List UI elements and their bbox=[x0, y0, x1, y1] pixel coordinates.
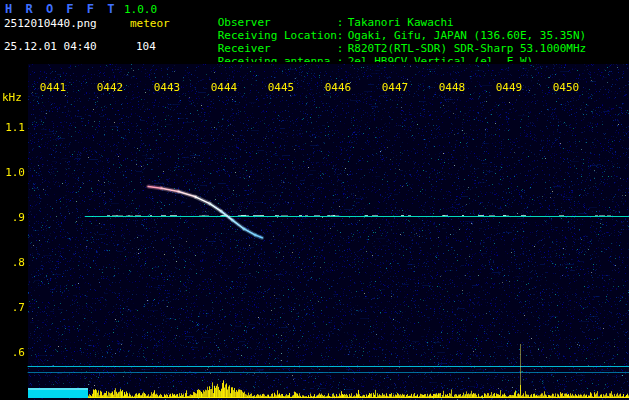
info-value: R820T2(RTL-SDR) SDR-Sharp 53.1000MHz bbox=[348, 42, 586, 55]
info-value: Ogaki, Gifu, JAPAN (136.60E, 35.35N) bbox=[348, 29, 586, 42]
observer-info-block: Observer:Takanori Kawachi Receiving Loca… bbox=[178, 3, 586, 55]
x-tick-label: 0445 bbox=[265, 82, 297, 94]
mode-label: meteor bbox=[130, 18, 170, 30]
info-separator: : bbox=[337, 16, 348, 29]
y-tick-label: .8 bbox=[0, 257, 25, 269]
x-tick-label: 0443 bbox=[151, 82, 183, 94]
y-tick-label: .6 bbox=[0, 347, 25, 359]
y-tick-label: .9 bbox=[0, 212, 25, 224]
output-filename: 2512010440.png bbox=[4, 18, 97, 30]
echo-count: 104 bbox=[136, 41, 156, 53]
app-version: 1.0.0 bbox=[124, 4, 157, 16]
timestamp: 25.12.01 04:40 bbox=[4, 41, 97, 53]
info-separator: : bbox=[337, 42, 348, 55]
hrofft-screen: H R O F F T 1.0.0 2512010440.png meteor … bbox=[0, 0, 629, 400]
info-label: Receiving Location bbox=[218, 29, 337, 42]
info-separator: : bbox=[337, 29, 348, 42]
x-tick-label: 0447 bbox=[379, 82, 411, 94]
freq-unit-label: kHz bbox=[2, 92, 22, 104]
x-tick-label: 0444 bbox=[208, 82, 240, 94]
spectrogram-plot: 0441 0442 0443 0444 0445 0446 0447 0448 … bbox=[0, 62, 629, 400]
info-row-observer: Observer:Takanori Kawachi bbox=[178, 3, 586, 16]
info-label: Receiver bbox=[218, 42, 337, 55]
y-tick-label: 1.1 bbox=[0, 122, 25, 134]
x-tick-label: 0442 bbox=[94, 82, 126, 94]
y-tick-label: 1.0 bbox=[0, 167, 25, 179]
info-label: Observer bbox=[218, 16, 337, 29]
x-tick-label: 0441 bbox=[37, 82, 69, 94]
x-tick-label: 0448 bbox=[436, 82, 468, 94]
info-value: Takanori Kawachi bbox=[348, 16, 454, 29]
x-tick-label: 0450 bbox=[550, 82, 582, 94]
x-tick-label: 0449 bbox=[493, 82, 525, 94]
x-tick-label: 0446 bbox=[322, 82, 354, 94]
app-title: H R O F F T bbox=[5, 3, 117, 15]
spectrogram-canvas bbox=[0, 62, 629, 400]
y-tick-label: .7 bbox=[0, 302, 25, 314]
